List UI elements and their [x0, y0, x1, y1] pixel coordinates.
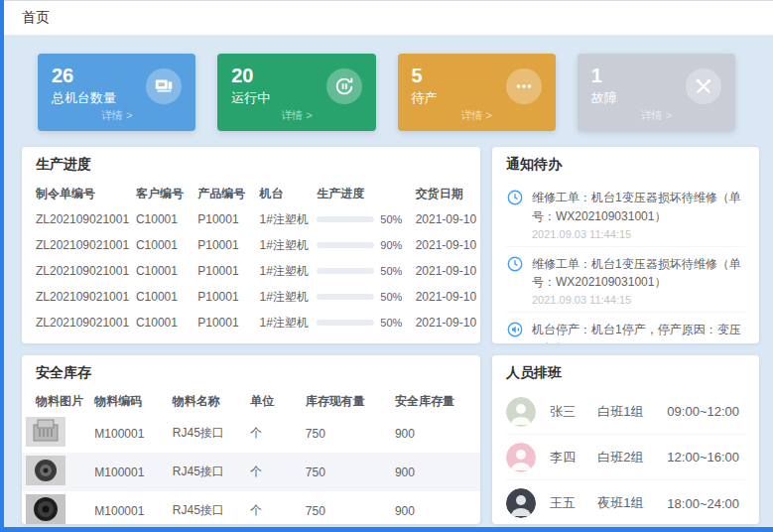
material-image-cell	[22, 453, 90, 491]
stat-cards: 26 总机台数量 详情 > 20 运行中 详情 >	[38, 54, 735, 131]
product-no: P10001	[193, 206, 255, 232]
material-image-cell	[22, 414, 90, 453]
stat-card-body: 5 待产	[412, 64, 542, 108]
table-row: M100001 RJ45接口 个 750 900	[22, 414, 480, 453]
machine-name: 1#注塑机	[256, 310, 314, 335]
notification-text: 机台停产：机台1停产，停产原因：变压器损坏	[532, 323, 741, 343]
progress-bar	[317, 268, 374, 274]
delivery-date: 2021-09-10	[412, 206, 480, 232]
shift-name: 白班2组	[597, 449, 667, 466]
notification-time: 2021.09.03 11:44:15	[532, 228, 745, 240]
machine-name: 1#注塑机	[256, 232, 314, 258]
stat-value: 26	[52, 65, 116, 87]
progress-cell: 50%	[313, 258, 411, 284]
product-no: P10001	[193, 232, 255, 258]
topbar: 首页	[4, 0, 773, 36]
material-name: RJ45接口	[169, 414, 247, 453]
material-name: RJ45接口	[169, 491, 247, 524]
detail-link[interactable]: 详情 >	[412, 108, 542, 125]
tools-icon	[686, 68, 721, 104]
stock-qty: 750	[302, 491, 391, 524]
table-row: ZL202109021001 C10001 P10001 1#注塑机 50% 2…	[22, 310, 480, 335]
progress-bar	[317, 216, 374, 222]
shift-name: 夜班1组	[597, 494, 667, 512]
notification-text: 维修工单：机台1变压器损坏待维修（单号：WX202109031001）	[532, 257, 741, 290]
column-header: 单位	[246, 389, 301, 414]
shift-name: 白班1组	[597, 403, 667, 421]
tab-home[interactable]: 首页	[22, 9, 50, 27]
notification-item[interactable]: 维修工单：机台1变压器损坏待维修（单号：WX202109031001） 2021…	[506, 181, 745, 247]
order-no: ZL202109021001	[22, 310, 132, 335]
stat-label: 故障	[591, 89, 617, 107]
notification-item[interactable]: 机台停产：机台1停产，停产原因：变压器损坏	[506, 313, 745, 343]
progress-bar	[317, 242, 374, 248]
staff-name: 王五	[550, 494, 597, 512]
machine-name: 1#注塑机	[256, 206, 314, 232]
safety-qty: 900	[391, 414, 480, 453]
progress-value: 50%	[380, 291, 402, 303]
material-name: RJ45接口	[169, 453, 247, 491]
stat-card-running[interactable]: 20 运行中 详情 >	[217, 54, 375, 131]
safety-qty: 900	[391, 453, 480, 491]
stat-label: 总机台数量	[52, 89, 116, 107]
material-code: M100001	[90, 491, 169, 524]
column-header: 机台	[256, 181, 314, 206]
panel-title: 通知待办	[492, 147, 759, 181]
table-row: M100001 RJ45接口 个 750 900	[22, 453, 480, 491]
column-header: 物料编码	[90, 389, 169, 414]
column-header: 物料图片	[22, 389, 90, 414]
material-code: M100001	[90, 453, 169, 491]
progress-bar	[317, 320, 374, 326]
safety-stock-panel: 安全库存 物料图片 物料编码 物料名称 单位 库存现有量 安全库存量	[22, 355, 480, 524]
detail-link[interactable]: 详情 >	[52, 108, 182, 125]
notification-list: 维修工单：机台1变压器损坏待维修（单号：WX202109031001） 2021…	[492, 181, 759, 343]
order-no: ZL202109021001	[22, 284, 132, 310]
column-header: 库存现有量	[302, 389, 391, 414]
order-no: ZL202109021001	[22, 206, 132, 232]
material-image	[26, 494, 65, 524]
detail-link[interactable]: 详情 >	[231, 108, 361, 125]
delivery-date: 2021-09-10	[412, 284, 480, 310]
delivery-date: 2021-09-10	[412, 232, 480, 258]
progress-bar	[317, 294, 374, 300]
detail-link[interactable]: 详情 >	[591, 108, 721, 125]
notifications-panel: 通知待办 维修工单：机台1变压器损坏待维修（单号：WX202109031001）…	[492, 147, 759, 343]
material-unit: 个	[246, 414, 301, 453]
progress-value: 50%	[380, 213, 402, 225]
stat-card-total-machines[interactable]: 26 总机台数量 详情 >	[38, 54, 195, 131]
notification-time: 2021.09.03 11:44:15	[532, 294, 745, 306]
progress-value: 90%	[380, 239, 402, 251]
avatar	[506, 443, 536, 472]
customer-no: C10001	[132, 310, 193, 335]
product-no: P10001	[193, 310, 255, 335]
notification-item[interactable]: 维修工单：机台1变压器损坏待维修（单号：WX202109031001） 2021…	[506, 247, 745, 314]
progress-value: 50%	[380, 317, 402, 329]
column-header: 客户编号	[132, 181, 193, 206]
table-row: M100001 RJ45接口 个 750 900	[22, 491, 480, 524]
delivery-date: 2021-09-10	[412, 310, 480, 335]
progress-cell: 50%	[313, 310, 411, 335]
progress-value: 50%	[380, 265, 402, 277]
stat-card-pending[interactable]: 5 待产 详情 >	[398, 54, 556, 131]
stock-qty: 750	[302, 414, 391, 453]
panel-title: 人员排班	[492, 355, 759, 389]
customer-no: C10001	[132, 284, 193, 310]
notification-text: 维修工单：机台1变压器损坏待维修（单号：WX202109031001）	[532, 191, 741, 223]
stat-value: 5	[412, 65, 438, 87]
column-header: 安全库存量	[391, 389, 480, 414]
material-image	[26, 456, 65, 485]
panel-title: 安全库存	[22, 355, 480, 389]
stat-card-fault[interactable]: 1 故障 详情 >	[578, 54, 735, 131]
stat-label: 运行中	[231, 89, 270, 107]
column-header: 交货日期	[412, 181, 480, 206]
material-image-cell	[22, 491, 90, 524]
production-progress-panel: 生产进度 制令单编号 客户编号 产品编号 机台 生产进度 交货日期 ZL2021	[22, 147, 480, 343]
staff-name: 李四	[550, 449, 597, 466]
schedule-list: 张三 白班1组 09:00~12:00 李四 白班2组 12:00~16:00	[492, 389, 759, 524]
staff-schedule-panel: 人员排班 张三 白班1组 09:00~12:00 李四 白班2组 12:	[492, 355, 759, 524]
shift-time: 09:00~12:00	[667, 404, 745, 419]
column-header: 物料名称	[169, 389, 247, 414]
order-no: ZL202109021001	[22, 258, 132, 284]
stat-value: 20	[231, 65, 270, 87]
stat-label: 待产	[412, 89, 438, 107]
